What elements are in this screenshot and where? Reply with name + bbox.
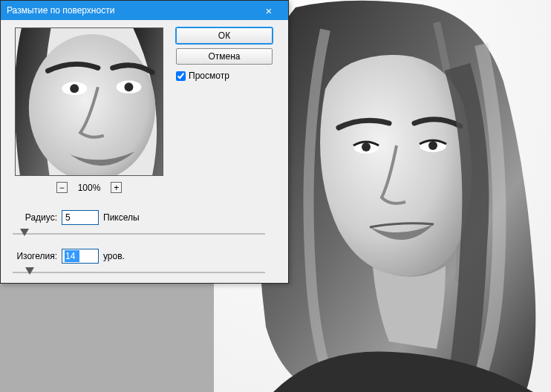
ok-button[interactable]: ОК [176, 27, 273, 44]
preview-checkbox-label: Просмотр [189, 71, 229, 81]
dialog-titlebar[interactable]: Размытие по поверхности × [1, 1, 288, 20]
preview-checkbox[interactable] [176, 71, 186, 81]
zoom-out-button[interactable]: − [56, 182, 68, 193]
preview-checkbox-row[interactable]: Просмотр [176, 71, 280, 81]
plus-icon: + [114, 183, 119, 192]
threshold-slider[interactable] [13, 267, 265, 278]
threshold-row: Изогелия: уров. [13, 249, 265, 264]
dialog-title: Размытие по поверхности [7, 5, 254, 16]
dialog-action-column: ОК Отмена Просмотр [176, 27, 280, 81]
slider-track [13, 272, 265, 273]
zoom-in-button[interactable]: + [111, 182, 122, 193]
surface-blur-dialog: Размытие по поверхности × [0, 0, 289, 284]
svg-point-4 [428, 141, 437, 150]
slider-knob[interactable] [25, 267, 34, 275]
preview-image [16, 28, 163, 175]
svg-point-8 [70, 84, 79, 93]
threshold-unit: уров. [103, 251, 125, 261]
close-button[interactable]: × [254, 1, 284, 19]
radius-input[interactable] [62, 210, 99, 225]
radius-slider[interactable] [13, 228, 265, 240]
canvas-empty-region [0, 284, 214, 392]
radius-unit: Пикселы [103, 212, 140, 223]
slider-knob[interactable] [20, 229, 29, 236]
close-icon: × [266, 4, 273, 17]
radius-row: Радиус: Пикселы [13, 210, 265, 225]
cancel-button[interactable]: Отмена [176, 48, 273, 65]
threshold-label: Изогелия: [13, 251, 57, 261]
svg-point-2 [362, 143, 371, 151]
radius-label: Радиус: [13, 212, 57, 223]
zoom-controls: − 100% + [15, 182, 163, 193]
preview-thumbnail[interactable] [15, 27, 163, 176]
dialog-body: − 100% + ОК Отмена Просмотр Радиус: Пикс… [1, 20, 288, 284]
slider-track [13, 233, 265, 235]
svg-point-10 [125, 82, 134, 91]
zoom-level-label: 100% [78, 183, 101, 193]
threshold-input[interactable] [62, 249, 99, 264]
minus-icon: − [59, 183, 65, 192]
